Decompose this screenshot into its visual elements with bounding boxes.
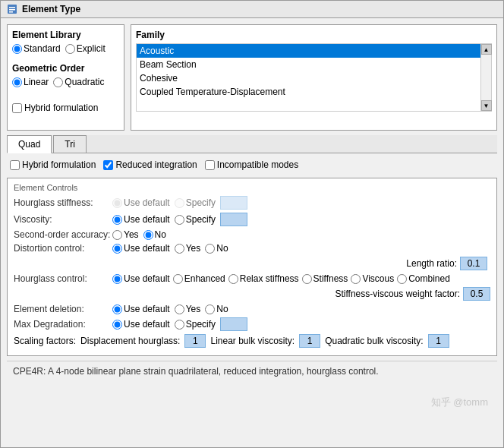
- hc-viscous-radio[interactable]: [351, 274, 361, 284]
- standard-label[interactable]: Standard: [24, 43, 61, 54]
- quadratic-radio[interactable]: [53, 77, 63, 87]
- vis-input[interactable]: [220, 213, 247, 226]
- scroll-down-arrow[interactable]: ▼: [481, 100, 492, 111]
- hc-use-default-label[interactable]: Use default: [124, 273, 170, 284]
- hc-stiffness-radio[interactable]: [302, 274, 312, 284]
- hybrid-formulation-label2[interactable]: Hybrid formulation: [22, 159, 96, 170]
- incompatible-modes-checkbox[interactable]: [205, 160, 215, 170]
- ed-yes-label[interactable]: Yes: [186, 304, 201, 314]
- md-specify[interactable]: Specify: [175, 319, 216, 330]
- hc-relax-radio[interactable]: [228, 274, 238, 284]
- hybrid-formulation-checkbox[interactable]: [12, 103, 22, 113]
- reduced-integration-checkbox[interactable]: [103, 160, 113, 170]
- quadratic-radio-container[interactable]: Quadratic: [53, 77, 104, 87]
- soa-no-label[interactable]: No: [155, 229, 166, 240]
- hc-enhanced-radio[interactable]: [173, 274, 183, 284]
- hybrid-formulation-row[interactable]: Hybrid formulation: [10, 159, 96, 170]
- md-specify-label[interactable]: Specify: [186, 319, 216, 330]
- vis-use-default-label[interactable]: Use default: [124, 214, 170, 225]
- hc-enhanced-label[interactable]: Enhanced: [184, 273, 225, 284]
- quadratic-bulk-viscosity-input[interactable]: [428, 334, 449, 348]
- incompatible-modes-row[interactable]: Incompatible modes: [205, 159, 298, 170]
- ed-use-default-label[interactable]: Use default: [124, 304, 170, 314]
- dc-use-default-radio[interactable]: [112, 244, 122, 254]
- hs-specify[interactable]: Specify: [175, 197, 216, 208]
- tab-tri[interactable]: Tri: [53, 135, 87, 153]
- stiffness-viscous-input[interactable]: [463, 287, 490, 301]
- hybrid-formulation-label[interactable]: Hybrid formulation: [24, 103, 98, 113]
- ed-yes[interactable]: Yes: [175, 304, 201, 314]
- family-item-acoustic[interactable]: Acoustic: [137, 44, 480, 58]
- vis-use-default[interactable]: Use default: [112, 214, 170, 225]
- explicit-radio-container[interactable]: Explicit: [65, 43, 106, 54]
- length-ratio-input[interactable]: [460, 257, 487, 270]
- explicit-radio[interactable]: [65, 44, 75, 54]
- hc-viscous-label[interactable]: Viscous: [362, 273, 394, 284]
- hs-use-default[interactable]: Use default: [112, 197, 170, 208]
- hc-combined-radio[interactable]: [397, 274, 407, 284]
- hc-use-default[interactable]: Use default: [112, 273, 170, 284]
- vis-specify-radio[interactable]: [175, 215, 184, 225]
- md-use-default-label[interactable]: Use default: [124, 319, 170, 330]
- hs-specify-radio[interactable]: [175, 198, 184, 208]
- hc-combined[interactable]: Combined: [397, 273, 450, 284]
- dc-yes-label[interactable]: Yes: [186, 243, 201, 254]
- hc-enhanced[interactable]: Enhanced: [173, 273, 225, 284]
- linear-radio-container[interactable]: Linear: [12, 77, 49, 87]
- soa-yes-label[interactable]: Yes: [124, 229, 139, 240]
- reduced-integration-label[interactable]: Reduced integration: [115, 159, 197, 170]
- linear-label[interactable]: Linear: [24, 77, 49, 87]
- ed-no[interactable]: No: [205, 304, 228, 314]
- linear-radio[interactable]: [12, 77, 22, 87]
- soa-no[interactable]: No: [143, 229, 166, 240]
- hs-input[interactable]: [220, 196, 247, 210]
- hc-relax-label[interactable]: Relax stiffness: [240, 273, 299, 284]
- vis-use-default-radio[interactable]: [112, 215, 122, 225]
- family-item-coupled[interactable]: Coupled Temperature-Displacement: [137, 85, 480, 99]
- dc-use-default-label[interactable]: Use default: [124, 243, 170, 254]
- standard-radio[interactable]: [12, 44, 22, 54]
- dc-yes-radio[interactable]: [175, 244, 184, 254]
- dc-no-radio[interactable]: [205, 244, 215, 254]
- dc-use-default[interactable]: Use default: [112, 243, 170, 254]
- reduced-integration-row[interactable]: Reduced integration: [103, 159, 197, 170]
- soa-yes[interactable]: Yes: [112, 229, 139, 240]
- dc-no-label[interactable]: No: [216, 243, 228, 254]
- dc-no[interactable]: No: [205, 243, 228, 254]
- hs-specify-label[interactable]: Specify: [186, 197, 216, 208]
- soa-yes-radio[interactable]: [112, 230, 122, 240]
- linear-bulk-viscosity-input[interactable]: [299, 334, 320, 348]
- hs-use-default-label[interactable]: Use default: [124, 197, 170, 208]
- hybrid-formulation-checkbox2[interactable]: [10, 160, 20, 170]
- dc-yes[interactable]: Yes: [175, 243, 201, 254]
- ed-use-default-radio[interactable]: [112, 304, 122, 314]
- family-item-beam-section[interactable]: Beam Section: [137, 58, 480, 71]
- md-specify-radio[interactable]: [175, 320, 184, 330]
- hc-use-default-radio[interactable]: [112, 274, 122, 284]
- quadratic-label[interactable]: Quadratic: [65, 77, 104, 87]
- hc-stiffness-label[interactable]: Stiffness: [313, 273, 348, 284]
- ed-no-radio[interactable]: [205, 304, 215, 314]
- tab-quad[interactable]: Quad: [7, 135, 52, 153]
- ed-no-label[interactable]: No: [216, 304, 228, 314]
- md-use-default[interactable]: Use default: [112, 319, 170, 330]
- hc-relax-stiffness[interactable]: Relax stiffness: [228, 273, 299, 284]
- explicit-label[interactable]: Explicit: [77, 43, 106, 54]
- hs-use-default-radio[interactable]: [112, 198, 122, 208]
- displacement-hourglass-input[interactable]: [184, 334, 206, 348]
- md-input[interactable]: [220, 317, 247, 331]
- hc-combined-label[interactable]: Combined: [408, 273, 450, 284]
- hybrid-formulation-container[interactable]: Hybrid formulation: [12, 103, 119, 113]
- ed-use-default[interactable]: Use default: [112, 304, 170, 314]
- vis-specify[interactable]: Specify: [175, 214, 216, 225]
- scroll-up-arrow[interactable]: ▲: [481, 44, 492, 55]
- standard-radio-container[interactable]: Standard: [12, 43, 61, 54]
- incompatible-modes-label[interactable]: Incompatible modes: [217, 159, 298, 170]
- family-item-cohesive[interactable]: Cohesive: [137, 71, 480, 85]
- soa-no-radio[interactable]: [143, 230, 153, 240]
- ed-yes-radio[interactable]: [175, 304, 184, 314]
- vis-specify-label[interactable]: Specify: [186, 214, 216, 225]
- md-use-default-radio[interactable]: [112, 320, 122, 330]
- hc-viscous[interactable]: Viscous: [351, 273, 394, 284]
- hc-stiffness[interactable]: Stiffness: [302, 273, 348, 284]
